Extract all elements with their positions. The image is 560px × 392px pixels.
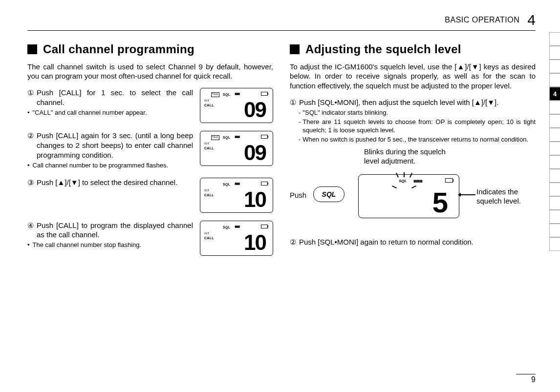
side-tab [549, 210, 560, 224]
step-subnote: When no switch is pushed for 5 sec., the… [302, 135, 528, 144]
step-text: Push [▲]/[▼] to select the desired chann… [37, 178, 193, 187]
lcd-battery-icon [445, 178, 453, 183]
side-tab [549, 155, 560, 169]
lcd-call-indicator: CALL [204, 103, 214, 107]
page-header: BASIC OPERATION 4 [27, 12, 536, 31]
lcd-channel-digits: 10 [244, 232, 266, 253]
lcd-int-indicator: INT [204, 189, 210, 193]
side-tab-active: 4 [549, 87, 560, 101]
step-note: "CALL" and call channel number appear. [33, 109, 147, 117]
flash-mark-icon [411, 186, 416, 188]
left-column: Call channel programming The call channe… [27, 41, 273, 264]
step-subnote: "SQL" indicator starts blinking. [302, 108, 388, 117]
step-item: ① Push [SQL•MONI], then adjust the squel… [290, 98, 536, 144]
flash-mark-icon [404, 172, 405, 177]
flash-mark-icon [396, 173, 399, 178]
square-bullet-icon [290, 44, 300, 54]
lcd-int-indicator: INT [204, 232, 210, 236]
lcd-channel-digits: 10 [244, 189, 266, 210]
step-item: ② Push [CALL] again for 3 sec. (until a … [27, 131, 273, 169]
side-tab [549, 183, 560, 196]
side-tab [549, 224, 560, 237]
side-tab [549, 46, 560, 60]
lcd-illustration: TAG SQL ▮▮▮▮▮ INT CALL 09 [200, 88, 273, 123]
lcd-illustration: SQL ▮▮▮▮▮ INT CALL 10 [200, 221, 273, 256]
square-bullet-icon [27, 44, 37, 54]
lcd-channel-digits: 09 [244, 142, 266, 164]
side-tab [549, 114, 560, 128]
step-text: Push [SQL•MONI] again to return to norma… [299, 237, 536, 247]
step-text: Push [CALL] to program the displayed cha… [37, 221, 193, 240]
lcd-sql-indicator: SQL [223, 225, 230, 229]
step-text: Push [CALL] again for 3 sec. (until a lo… [37, 131, 193, 160]
lcd-battery-icon [261, 225, 268, 228]
lcd-signal-bars-icon: ▮▮▮▮▮ [235, 225, 239, 229]
step-item: ④ Push [CALL] to program the displayed c… [27, 221, 273, 256]
dash-icon: - [299, 135, 301, 144]
lcd-battery-icon [261, 92, 268, 96]
section-heading: Adjusting the squelch level [290, 41, 536, 57]
step-number: ④ [27, 221, 34, 240]
step-note: The call channel number stop flashing. [33, 241, 142, 249]
lcd-battery-icon [261, 182, 268, 186]
step-number: ② [290, 237, 296, 247]
lcd-sql-indicator: SQL [223, 135, 230, 140]
right-column: Adjusting the squelch level To adjust th… [290, 41, 536, 264]
diagram-caption-top: Blinks during the squelch level adjutmen… [364, 147, 462, 166]
flash-mark-icon [409, 173, 412, 178]
step-number: ① [27, 88, 34, 107]
section-intro: To adjust the IC-GM1600's squelch level,… [290, 62, 536, 91]
lcd-tag-indicator: TAG [211, 135, 219, 140]
dash-icon: - [299, 108, 301, 117]
lcd-call-indicator: CALL [204, 236, 214, 240]
lcd-signal-bars-icon: ▮▮▮▮▮▮ [413, 179, 422, 183]
page-number: 9 [516, 374, 536, 384]
lcd-signal-bars-icon: ▮▮▮▮▮ [235, 182, 239, 186]
step-item: ① Push [CALL] for 1 sec. to select the c… [27, 88, 273, 123]
bullet-icon: • [27, 162, 30, 170]
diagram-caption-right: Indicates the squelch level. [476, 187, 535, 206]
side-tab [549, 32, 560, 46]
lcd-call-indicator: CALL [204, 193, 214, 197]
lcd-sql-indicator: SQL [223, 182, 230, 186]
lcd-illustration: SQL ▮▮▮▮▮ INT CALL 10 [200, 178, 273, 213]
lcd-battery-icon [261, 135, 268, 139]
squelch-diagram: Blinks during the squelch level adjutmen… [290, 147, 536, 230]
lcd-sql-indicator: SQL [399, 179, 407, 184]
step-number: ① [290, 98, 296, 107]
lcd-squelch-digit: 5 [432, 188, 448, 217]
side-tab [549, 169, 560, 183]
step-subnote: There are 11 squelch levels to choose fr… [302, 118, 536, 134]
side-tab [549, 128, 560, 142]
lcd-int-indicator: INT [204, 142, 210, 146]
header-chapter-number: 4 [527, 12, 536, 28]
lcd-tag-indicator: TAG [211, 92, 219, 97]
side-tab [549, 142, 560, 155]
step-number: ③ [27, 178, 34, 187]
lcd-signal-bars-icon: ▮▮▮▮▮ [235, 92, 239, 96]
lcd-channel-digits: 09 [244, 99, 266, 121]
section-title: Adjusting the squelch level [305, 41, 461, 57]
arrow-icon [461, 194, 475, 195]
lcd-illustration: SQL ▮▮▮▮▮▮ 5 [358, 174, 459, 218]
lcd-call-indicator: CALL [204, 146, 214, 150]
side-tab [549, 101, 560, 114]
bullet-icon: • [27, 241, 30, 249]
step-note: Call channel number to be programmed fla… [33, 162, 168, 170]
side-tab [549, 60, 560, 73]
lcd-illustration: TAG SQL ▮▮▮▮▮ INT CALL 09 [200, 131, 273, 166]
step-text: Push [CALL] for 1 sec. to select the cal… [37, 88, 193, 107]
lcd-signal-bars-icon: ▮▮▮▮▮ [235, 135, 239, 139]
side-tab-strip: 4 [549, 32, 560, 251]
section-intro: The call channel switch is used to selec… [27, 62, 273, 82]
section-heading: Call channel programming [27, 41, 273, 57]
section-title: Call channel programming [43, 41, 194, 57]
step-item: ② Push [SQL•MONI] again to return to nor… [290, 237, 536, 247]
step-item: ③ Push [▲]/[▼] to select the desired cha… [27, 178, 273, 213]
side-tab [549, 73, 560, 87]
side-tab [549, 237, 560, 251]
flash-mark-icon [392, 186, 397, 188]
side-tab [549, 196, 560, 210]
bullet-icon: • [27, 109, 30, 117]
step-number: ② [27, 131, 34, 160]
